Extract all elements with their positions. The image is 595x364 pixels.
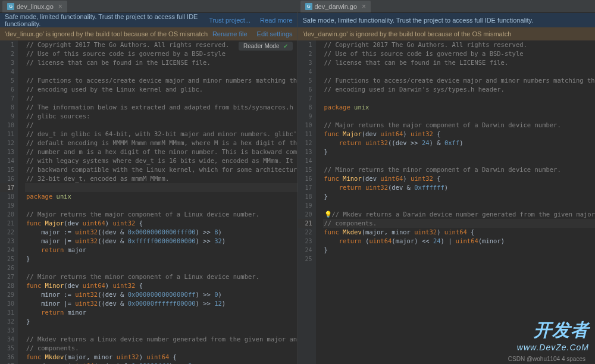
fold-marker[interactable] (18, 156, 25, 165)
code-line[interactable]: return uint32((dev >> 24) & 0xff) (323, 139, 596, 148)
fold-marker[interactable] (18, 246, 25, 255)
right-editor[interactable]: 1234567891011121314151617181920212223242… (298, 40, 596, 364)
fold-marker[interactable] (18, 299, 25, 308)
fold-marker[interactable] (316, 201, 323, 210)
fold-marker[interactable] (18, 362, 25, 364)
fold-marker[interactable] (18, 49, 25, 58)
code-line[interactable]: return minor (25, 308, 298, 317)
fold-marker[interactable] (18, 228, 25, 237)
code-line[interactable]: // number and m is a hex digit of the mi… (25, 148, 298, 156)
code-line[interactable]: // components. (323, 219, 596, 228)
fold-marker[interactable] (316, 85, 323, 94)
fold-marker[interactable] (18, 290, 25, 299)
code-line[interactable]: package unix (25, 192, 298, 201)
fold-marker[interactable] (316, 139, 323, 148)
fold-marker[interactable] (18, 174, 25, 183)
fold-marker[interactable] (18, 94, 25, 103)
fold-marker[interactable] (18, 67, 25, 76)
code-line[interactable]: func Major(dev uint64) uint32 { (323, 130, 596, 139)
fold-marker[interactable] (18, 85, 25, 94)
code-line[interactable] (25, 201, 298, 210)
fold-marker[interactable] (18, 281, 25, 290)
code-line[interactable] (323, 156, 596, 165)
code-line[interactable]: func Minor(dev uint64) uint32 { (323, 174, 596, 183)
code-line[interactable] (25, 263, 298, 272)
left-tab[interactable]: G dev_linux.go × (2, 1, 67, 12)
fold-marker[interactable] (316, 156, 323, 165)
close-icon[interactable]: × (58, 2, 62, 11)
fold-marker[interactable] (18, 183, 25, 192)
code-line[interactable] (323, 67, 596, 76)
fold-marker[interactable] (18, 58, 25, 67)
read-more-link[interactable]: Read more (260, 17, 292, 24)
code-line[interactable]: } (323, 148, 596, 156)
fold-marker[interactable] (18, 272, 25, 281)
fold-marker[interactable] (18, 201, 25, 210)
code-line[interactable] (25, 326, 298, 335)
code-line[interactable]: major |= uint32((dev & 0xfffff0000000000… (25, 237, 298, 246)
fold-marker[interactable] (316, 210, 323, 219)
fold-marker[interactable] (316, 49, 323, 58)
code-line[interactable]: } (25, 317, 298, 326)
fold-marker[interactable] (18, 255, 25, 263)
fold-marker[interactable] (18, 219, 25, 228)
code-line[interactable] (25, 67, 298, 76)
code-line[interactable] (323, 255, 596, 263)
fold-marker[interactable] (18, 40, 25, 49)
code-line[interactable]: // Functions to access/create device maj… (323, 76, 596, 85)
fold-marker[interactable] (18, 263, 25, 272)
fold-marker[interactable] (316, 237, 323, 246)
code-line[interactable]: } (323, 192, 596, 201)
fold-marker[interactable] (316, 67, 323, 76)
code-line[interactable]: // encoding used in Darwin's sys/types.h… (323, 85, 596, 94)
fold-marker[interactable] (18, 308, 25, 317)
fold-marker[interactable] (316, 255, 323, 263)
rename-file-link[interactable]: Rename file (212, 30, 248, 37)
fold-marker[interactable] (316, 228, 323, 237)
fold-marker[interactable] (316, 174, 323, 183)
code-line[interactable]: // Minor returns the minor component of … (25, 272, 298, 281)
code-line[interactable]: // Major returns the major component of … (25, 210, 298, 219)
code-line[interactable]: func Minor(dev uint64) uint32 { (25, 281, 298, 290)
code-line[interactable]: // Mkdev returns a Linux device number g… (25, 335, 298, 344)
fold-marker[interactable] (18, 148, 25, 156)
fold-marker[interactable] (18, 317, 25, 326)
reader-mode-pill[interactable]: Reader Mode ✔ (239, 42, 293, 51)
code-line[interactable] (323, 201, 596, 210)
fold-marker[interactable] (316, 130, 323, 139)
fold-marker[interactable] (18, 237, 25, 246)
code-line[interactable]: // 32-bit dev_t, encoded as mmmM MMmm. (25, 174, 298, 183)
fold-marker[interactable] (316, 76, 323, 85)
code-line[interactable]: } (323, 246, 596, 255)
code-line[interactable]: // components. (25, 344, 298, 353)
code-line[interactable]: return uint32(dev & 0xffffff) (323, 183, 596, 192)
code-line[interactable]: // (25, 121, 298, 130)
code-line[interactable]: } (25, 255, 298, 263)
code-line[interactable]: major := uint32((dev & 0x00000000000fff0… (25, 228, 298, 237)
code-line[interactable]: // The information below is extracted an… (25, 103, 298, 112)
code-line[interactable]: // license that can be found in the LICE… (323, 58, 596, 67)
code-line[interactable]: // Use of this source code is governed b… (25, 49, 298, 58)
code-line[interactable]: // dev_t in glibc is 64-bit, with 32-bit… (25, 130, 298, 139)
trust-project-link[interactable]: Trust project... (209, 17, 250, 24)
intention-bulb-icon[interactable]: 💡 (324, 211, 332, 218)
code-line[interactable]: // Major returns the major component of … (323, 121, 596, 130)
fold-marker[interactable] (316, 246, 323, 255)
code-line[interactable] (323, 94, 596, 103)
code-line[interactable]: return (uint64(major) << 24) | uint64(mi… (323, 237, 596, 246)
code-line[interactable] (323, 112, 596, 121)
fold-marker[interactable] (18, 139, 25, 148)
code-line[interactable]: minor |= uint32((dev & 0x00000ffffff0000… (25, 299, 298, 308)
code-line[interactable]: func Mkdev(major, minor uint32) uint64 { (323, 228, 596, 237)
code-line[interactable]: // default encoding is MMMM Mmmm mmmM MM… (25, 139, 298, 148)
right-tab[interactable]: G dev_darwin.go × (300, 1, 371, 12)
edit-settings-link[interactable]: Edit settings (257, 30, 293, 37)
fold-marker[interactable] (316, 192, 323, 201)
fold-marker[interactable] (316, 148, 323, 156)
fold-marker[interactable] (18, 353, 25, 362)
fold-marker[interactable] (316, 121, 323, 130)
code-line[interactable]: // with legacy systems where dev_t is 16… (25, 156, 298, 165)
code-line[interactable]: func Mkdev(major, minor uint32) uint64 { (25, 353, 298, 362)
code-line[interactable]: // glibc sources: (25, 112, 298, 121)
fold-marker[interactable] (316, 112, 323, 121)
